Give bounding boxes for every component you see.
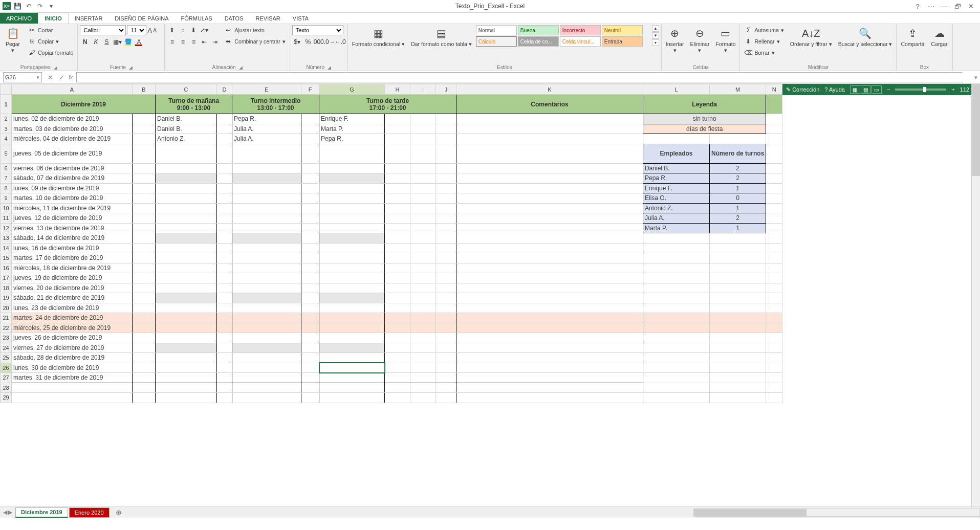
cell[interactable] [766, 303, 782, 313]
cell[interactable] [385, 263, 410, 273]
cell[interactable] [217, 134, 232, 144]
cell[interactable] [232, 233, 301, 244]
cell[interactable] [133, 303, 156, 313]
cell[interactable] [385, 293, 410, 303]
cancel-formula-button[interactable]: ✕ [45, 74, 55, 81]
cell[interactable] [217, 333, 232, 343]
sheet-nav[interactable]: ◀▶ [0, 509, 15, 516]
cell[interactable] [232, 243, 301, 253]
cell[interactable]: sin turno [643, 114, 766, 124]
cell[interactable] [436, 263, 456, 273]
cell[interactable] [436, 333, 456, 343]
cell[interactable] [456, 144, 643, 163]
cell[interactable] [710, 373, 766, 383]
col-F[interactable]: F [301, 84, 319, 95]
cell[interactable] [301, 243, 319, 253]
cell[interactable] [436, 293, 456, 303]
row-8[interactable]: 8 [1, 183, 12, 193]
cell[interactable] [217, 273, 232, 283]
cell[interactable] [410, 393, 436, 403]
cell[interactable] [436, 283, 456, 293]
cell[interactable] [710, 243, 766, 253]
cell[interactable] [410, 173, 436, 184]
style-incorrecto[interactable]: Incorrecto [560, 25, 601, 35]
tab-formulas[interactable]: FÓRMULAS [175, 13, 219, 24]
fill-button[interactable]: ⬇Rellenar ▾ [742, 36, 786, 47]
cell[interactable] [385, 173, 410, 184]
cell[interactable] [766, 263, 782, 273]
cell[interactable] [410, 114, 436, 124]
cell[interactable] [217, 253, 232, 263]
cell[interactable] [232, 223, 301, 233]
cell[interactable] [232, 163, 301, 173]
cell[interactable]: martes, 17 de diciembre de 2019 [12, 253, 133, 263]
cell[interactable] [410, 353, 436, 363]
cell[interactable]: miércoles, 25 de diciembre de 2019 [12, 323, 133, 333]
cell[interactable] [643, 383, 710, 393]
cell[interactable] [133, 373, 156, 383]
col-B[interactable]: B [133, 84, 156, 95]
cell[interactable] [217, 283, 232, 293]
cell[interactable] [301, 393, 319, 403]
cell[interactable] [217, 373, 232, 383]
cell[interactable] [456, 313, 643, 323]
cell[interactable] [710, 283, 766, 293]
cell[interactable] [410, 273, 436, 283]
cut-button[interactable]: ✂Cortar [26, 25, 75, 35]
cell[interactable] [156, 343, 217, 353]
align-right-button[interactable]: ≡ [188, 37, 199, 47]
cell[interactable]: miércoles, 11 de diciembre de 2019 [12, 203, 133, 213]
formula-input[interactable] [76, 72, 963, 82]
cell[interactable] [133, 333, 156, 343]
minimize-button[interactable]: — [938, 1, 950, 11]
row-14[interactable]: 14 [1, 243, 12, 253]
cell[interactable] [456, 193, 643, 204]
cell[interactable] [156, 253, 217, 263]
align-left-button[interactable]: ≡ [167, 37, 177, 47]
tab-review[interactable]: REVISAR [250, 13, 287, 24]
cell[interactable] [301, 163, 319, 173]
row-29[interactable]: 29 [1, 393, 12, 403]
cell[interactable] [410, 303, 436, 313]
cell[interactable] [232, 253, 301, 263]
vertical-scrollbar[interactable] [971, 84, 980, 506]
cell[interactable] [319, 363, 385, 373]
cell[interactable] [456, 263, 643, 273]
cell[interactable] [301, 353, 319, 363]
cell[interactable] [156, 373, 217, 383]
cell[interactable]: 1 [710, 223, 766, 233]
sort-filter-button[interactable]: A↓ZOrdenar y filtrar ▾ [788, 25, 834, 49]
cell[interactable] [133, 393, 156, 403]
cell[interactable] [436, 323, 456, 333]
cell[interactable] [156, 323, 217, 333]
increase-decimal-button[interactable]: .0→ [324, 37, 335, 47]
cell[interactable] [385, 273, 410, 283]
cell[interactable]: lunes, 23 de diciembre de 2019 [12, 303, 133, 313]
cell[interactable] [217, 363, 232, 373]
cell[interactable] [456, 343, 643, 353]
cell[interactable] [217, 233, 232, 244]
cell[interactable] [133, 253, 156, 263]
cell[interactable] [410, 343, 436, 353]
cell[interactable] [319, 243, 385, 253]
cell[interactable] [319, 373, 385, 383]
cell[interactable] [410, 233, 436, 244]
cell[interactable] [12, 383, 133, 393]
cell[interactable]: Antonio Z. [643, 203, 710, 213]
cell[interactable] [710, 333, 766, 343]
cell[interactable] [156, 144, 217, 163]
cell[interactable] [232, 283, 301, 293]
cell[interactable] [710, 233, 766, 244]
cell[interactable] [156, 303, 217, 313]
cell[interactable] [456, 213, 643, 224]
cell[interactable]: lunes, 02 de diciembre de 2019 [12, 114, 133, 124]
conditional-format-button[interactable]: ▦Formato condicional ▾ [350, 25, 407, 49]
cell[interactable] [217, 263, 232, 273]
cell[interactable] [319, 163, 385, 173]
cell[interactable] [436, 233, 456, 244]
cell[interactable] [766, 223, 782, 233]
cell[interactable] [232, 213, 301, 224]
cell[interactable] [232, 144, 301, 163]
cell[interactable] [643, 263, 710, 273]
row-3[interactable]: 3 [1, 124, 12, 134]
